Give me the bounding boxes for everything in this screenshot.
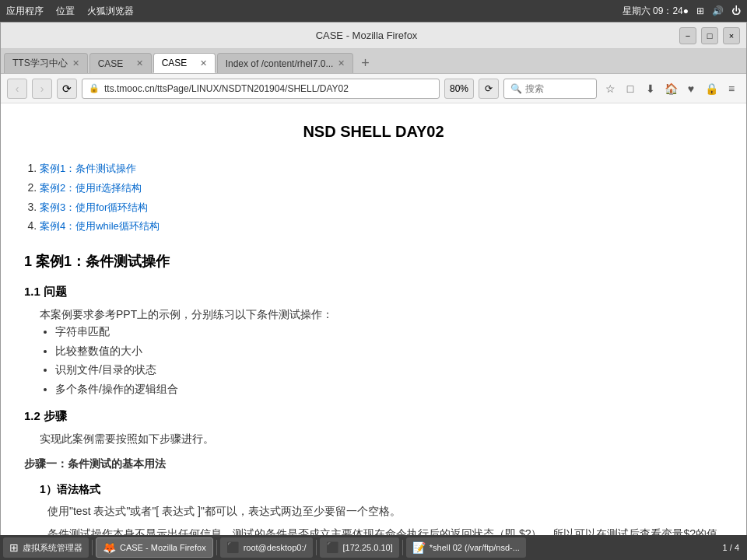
page-indicator: 1 / 4 bbox=[723, 543, 744, 552]
step-1-sub-title: 1）语法格式 bbox=[40, 481, 723, 498]
list-item: 案例4：使用while循环结构 bbox=[40, 217, 723, 235]
bookmark-star-icon[interactable]: ☆ bbox=[601, 80, 619, 97]
terminal-icon: ⬛ bbox=[226, 541, 240, 554]
navbar: ‹ › ⟳ 🔒 80% ⟳ 🔍 ☆ □ ⬇ 🏠 ♥ 🔒 ≡ bbox=[1, 74, 746, 103]
search-input[interactable] bbox=[525, 83, 587, 94]
security-icon[interactable]: 🔒 bbox=[703, 80, 720, 97]
titlebar: CASE - Mozilla Firefox − □ × bbox=[1, 23, 746, 49]
zoom-refresh-button[interactable]: ⟳ bbox=[479, 79, 499, 99]
tab-case1[interactable]: CASE ✕ bbox=[89, 53, 152, 73]
desktop-topbar: 应用程序 位置 火狐浏览器 星期六 09：24● ⊞ 🔊 ⏻ bbox=[0, 0, 747, 22]
menu-icon[interactable]: ≡ bbox=[723, 80, 740, 97]
list-item: 多个条件/操作的逻辑组合 bbox=[55, 380, 723, 397]
app-menu[interactable]: 应用程序 bbox=[6, 5, 44, 18]
search-bar[interactable]: 🔍 bbox=[503, 79, 597, 99]
tab-label: Index of /content/rhel7.0... bbox=[226, 58, 334, 69]
nav-icons: ☆ □ ⬇ 🏠 ♥ 🔒 ≡ bbox=[601, 80, 740, 97]
toc-link-2[interactable]: 案例2：使用if选择结构 bbox=[40, 182, 142, 194]
url-input[interactable] bbox=[104, 83, 433, 94]
tab-case2[interactable]: CASE ✕ bbox=[153, 53, 216, 73]
section-1-2-body: 实现此案例需要按照如下步骤进行。 bbox=[40, 430, 723, 447]
minimize-button[interactable]: − bbox=[679, 27, 696, 44]
forward-button[interactable]: › bbox=[32, 79, 52, 99]
table-of-contents: 案例1：条件测试操作 案例2：使用if选择结构 案例3：使用for循环结构 案例… bbox=[24, 159, 723, 235]
firefox-icon: 🦊 bbox=[103, 541, 116, 554]
step-1-label: 步骤一：条件测试的基本用法 bbox=[24, 455, 723, 472]
power-icon[interactable]: ⏻ bbox=[731, 5, 741, 16]
taskbar-terminal-label: root@desktop0:/ bbox=[244, 543, 307, 552]
tab-close-index[interactable]: ✕ bbox=[338, 58, 345, 68]
reader-mode-icon[interactable]: □ bbox=[622, 80, 639, 97]
section-1-2-title: 1.2 步骤 bbox=[24, 407, 723, 425]
download-icon[interactable]: ⬇ bbox=[642, 80, 659, 97]
close-button[interactable]: × bbox=[723, 27, 740, 44]
step-1-sub-body: 使用"test 表达式"或者"[ 表达式 ]"都可以，表达式两边至少要留一个空格… bbox=[47, 502, 723, 520]
taskbar-sep-1 bbox=[92, 540, 93, 555]
back-button[interactable]: ‹ bbox=[7, 79, 27, 99]
system-time: 星期六 09：24● bbox=[622, 5, 689, 18]
firefox-window: CASE - Mozilla Firefox − □ × TTS学习中心 ✕ C… bbox=[0, 22, 747, 560]
toc-link-1[interactable]: 案例1：条件测试操作 bbox=[40, 163, 136, 174]
tab-bar: TTS学习中心 ✕ CASE ✕ CASE ✕ Index of /conten… bbox=[1, 49, 746, 74]
address-bar[interactable]: 🔒 bbox=[82, 79, 440, 99]
location-menu[interactable]: 位置 bbox=[56, 5, 75, 18]
list-item: 识别文件/目录的状态 bbox=[55, 361, 723, 378]
network-icon: ⊞ bbox=[696, 5, 704, 16]
volume-icon: 🔊 bbox=[712, 5, 724, 16]
tab-close-case1[interactable]: ✕ bbox=[136, 58, 143, 68]
section-1-1-title: 1.1 问题 bbox=[24, 282, 723, 301]
section-1-1-body: 本案例要求参考PPT上的示例，分别练习以下条件测试操作： bbox=[40, 306, 723, 323]
vm-icon: ⊞ bbox=[9, 541, 19, 554]
reload-button[interactable]: ⟳ bbox=[57, 79, 77, 99]
tab-tts[interactable]: TTS学习中心 ✕ bbox=[4, 53, 88, 73]
tab-label: CASE bbox=[162, 58, 188, 68]
step-1-sub-note: 条件测试操作本身不显示出任何信息。测试的条件是否成立主要体现在命令执行后的返回状… bbox=[47, 525, 723, 537]
search-icon: 🔍 bbox=[510, 83, 522, 94]
tab-index[interactable]: Index of /content/rhel7.0... ✕ bbox=[217, 53, 354, 73]
list-item: 案例3：使用for循环结构 bbox=[40, 198, 723, 216]
taskbar-ssh[interactable]: ⬛ [172.25.0.10] bbox=[320, 537, 399, 558]
tab-close-case2[interactable]: ✕ bbox=[200, 58, 207, 68]
list-item: 案例1：条件测试操作 bbox=[40, 159, 723, 177]
tab-close-tts[interactable]: ✕ bbox=[72, 58, 79, 68]
page-content: NSD SHELL DAY02 案例1：条件测试操作 案例2：使用if选择结构 … bbox=[1, 103, 746, 536]
page-title: NSD SHELL DAY02 bbox=[24, 119, 723, 144]
home-icon[interactable]: 🏠 bbox=[662, 80, 679, 97]
taskbar-vm-label: 虚拟系统管理器 bbox=[23, 542, 82, 554]
browser-menu[interactable]: 火狐浏览器 bbox=[87, 5, 134, 18]
window-title: CASE - Mozilla Firefox bbox=[54, 30, 679, 41]
taskbar-editor-label: *shell 02 (/var/ftp/nsd-... bbox=[430, 543, 520, 552]
list-item: 字符串匹配 bbox=[55, 323, 723, 340]
lock-icon: 🔒 bbox=[89, 83, 100, 93]
taskbar: ⊞ 虚拟系统管理器 🦊 CASE - Mozilla Firefox ⬛ roo… bbox=[0, 535, 747, 560]
tab-label: TTS学习中心 bbox=[12, 57, 68, 70]
taskbar-sep-4 bbox=[402, 540, 403, 555]
section-1-1-bullets: 字符串匹配 比较整数值的大小 识别文件/目录的状态 多个条件/操作的逻辑组合 bbox=[55, 323, 723, 397]
zoom-value: 80% bbox=[450, 83, 468, 94]
ssh-icon: ⬛ bbox=[326, 541, 339, 554]
maximize-button[interactable]: □ bbox=[701, 27, 718, 44]
editor-icon: 📝 bbox=[412, 541, 426, 554]
toc-link-3[interactable]: 案例3：使用for循环结构 bbox=[40, 201, 148, 213]
window-controls: − □ × bbox=[679, 27, 740, 44]
taskbar-ssh-label: [172.25.0.10] bbox=[343, 543, 393, 552]
taskbar-editor[interactable]: 📝 *shell 02 (/var/ftp/nsd-... bbox=[406, 537, 526, 558]
list-item: 案例2：使用if选择结构 bbox=[40, 179, 723, 197]
zoom-control[interactable]: 80% bbox=[444, 79, 474, 99]
taskbar-firefox-label: CASE - Mozilla Firefox bbox=[120, 543, 206, 552]
toc-link-4[interactable]: 案例4：使用while循环结构 bbox=[40, 220, 160, 232]
taskbar-firefox[interactable]: 🦊 CASE - Mozilla Firefox bbox=[96, 537, 213, 558]
taskbar-sep-2 bbox=[216, 540, 217, 555]
section-1-title: 1 案例1：条件测试操作 bbox=[24, 250, 723, 273]
taskbar-sep-3 bbox=[316, 540, 317, 555]
taskbar-vm-manager[interactable]: ⊞ 虚拟系统管理器 bbox=[3, 537, 89, 558]
tab-label: CASE bbox=[98, 58, 124, 69]
list-item: 比较整数值的大小 bbox=[55, 342, 723, 359]
taskbar-terminal[interactable]: ⬛ root@desktop0:/ bbox=[220, 537, 313, 558]
toc-list: 案例1：条件测试操作 案例2：使用if选择结构 案例3：使用for循环结构 案例… bbox=[24, 159, 723, 235]
new-tab-button[interactable]: + bbox=[355, 53, 375, 73]
pocket-icon[interactable]: ♥ bbox=[682, 80, 700, 97]
